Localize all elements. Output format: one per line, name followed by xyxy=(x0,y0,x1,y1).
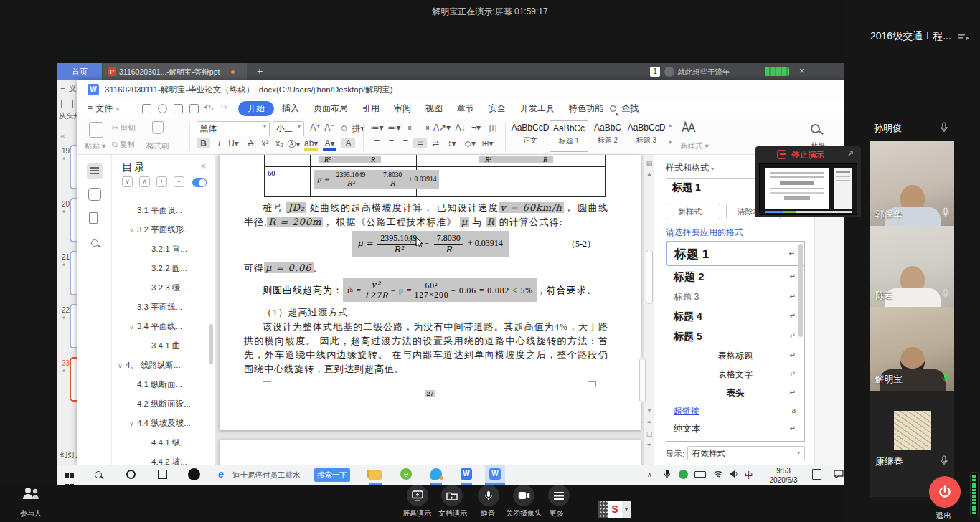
page-select-icon[interactable]: ▢ xyxy=(644,430,654,437)
redo-icon[interactable]: ↷ xyxy=(221,103,228,113)
align-center-icon[interactable]: Ξ xyxy=(385,138,398,148)
grow-font-icon[interactable]: A⁺ xyxy=(308,123,322,133)
gallery-scroll-up-icon[interactable]: ▴ xyxy=(669,122,672,128)
export-icon[interactable] xyxy=(155,102,170,115)
toc-expand-icon[interactable]: + xyxy=(156,176,167,187)
battery-icon[interactable] xyxy=(694,471,706,478)
scroll-up-icon[interactable]: ▲ xyxy=(644,171,654,177)
style-item[interactable]: 标题 4 ↵ xyxy=(666,306,804,326)
toc-scrollbar[interactable] xyxy=(209,324,213,364)
toc-item[interactable]: 3.4.1 曲... xyxy=(112,336,215,356)
ppt-tab-home[interactable]: 首页 xyxy=(57,63,102,80)
char-shading-button[interactable]: A xyxy=(341,138,355,148)
doc-share-label[interactable]: 文档演示 xyxy=(438,508,467,518)
toc-expand-all-icon[interactable]: ∧ xyxy=(139,176,150,187)
file-menu[interactable]: ≡ 文件 ∨ xyxy=(88,103,120,115)
pane-collapse-handle[interactable] xyxy=(639,357,646,403)
wps-writer-taskbar-highlight[interactable]: W xyxy=(485,465,505,485)
decrease-indent-icon[interactable]: ⇤ xyxy=(405,123,418,133)
wifi-icon[interactable] xyxy=(713,470,723,480)
mute-label[interactable]: 静音 xyxy=(481,508,495,518)
style-item[interactable]: 标题 2 ↵ xyxy=(666,266,804,288)
ribbon-tab[interactable]: 安全 xyxy=(482,101,512,116)
tray-mic-icon[interactable] xyxy=(664,469,671,481)
sticky-notes-icon[interactable] xyxy=(812,469,821,480)
shading-icon[interactable]: ◇▾ xyxy=(463,138,477,148)
tray-360-icon[interactable] xyxy=(679,470,688,479)
increase-indent-icon[interactable]: ⇥ xyxy=(419,123,433,133)
format-painter-label[interactable]: 格式刷 xyxy=(146,141,169,151)
expand-arrow-icon[interactable]: ∨ xyxy=(129,221,137,239)
ribbon-tab[interactable]: 视图 xyxy=(419,101,449,116)
bullet-list-icon[interactable]: ≔▾ xyxy=(370,123,384,133)
style-gallery-cell[interactable]: AaBbC 标题 2 xyxy=(588,120,627,152)
toc-collapse-all-icon[interactable]: ∨ xyxy=(122,176,133,187)
font-name-select[interactable]: 黑体▾ xyxy=(197,121,270,136)
highlight-color-button[interactable]: ab▾ xyxy=(304,138,318,151)
toc-collapse-icon[interactable]: − xyxy=(174,176,184,187)
styles-scrollbar[interactable] xyxy=(798,244,803,337)
action-center-icon[interactable] xyxy=(834,470,844,480)
attendees-icon[interactable] xyxy=(22,485,42,505)
mute-button[interactable] xyxy=(478,485,499,506)
style-item[interactable]: 标题 3 ↵ xyxy=(666,288,804,306)
replace-magnifier-icon[interactable] xyxy=(811,123,824,136)
clock[interactable]: 9:532020/6/3 xyxy=(762,466,805,485)
ppt-tab-document[interactable]: P 3116020301...-解明宝-答辩ppt xyxy=(103,63,247,80)
superscript-button[interactable]: x² xyxy=(258,138,272,148)
tray-expand-icon[interactable]: ∧ xyxy=(647,471,652,478)
stop-share-button[interactable]: 停止演示 xyxy=(791,150,824,161)
browser-360-icon[interactable]: e xyxy=(400,468,412,480)
toc-item[interactable]: 3.3 平面线... xyxy=(112,298,215,317)
toc-item[interactable]: ∨3.4 平面线... xyxy=(112,317,215,336)
strikethrough-button[interactable]: A xyxy=(244,138,258,148)
ie-icon[interactable]: e xyxy=(218,468,224,480)
new-style-label[interactable]: 新样式 ▾ xyxy=(680,141,709,151)
style-item[interactable]: 表头 ↵ xyxy=(666,384,804,402)
cortana-icon[interactable] xyxy=(126,470,136,479)
avatar[interactable] xyxy=(664,67,674,77)
align-left-icon[interactable]: Ξ xyxy=(370,138,384,148)
font-color-button[interactable]: A▾ xyxy=(323,138,336,151)
toc-item[interactable]: 4.2 纵断面设... xyxy=(112,394,215,414)
print-icon[interactable] xyxy=(171,102,186,115)
toc-item[interactable]: ∨4、 线路纵断... xyxy=(112,356,215,375)
new-style-button[interactable]: 新样式... xyxy=(666,204,720,219)
sort-icon[interactable]: A↓ xyxy=(453,123,467,133)
ppt-close-icon[interactable]: × xyxy=(799,66,804,76)
wps-nickname[interactable]: 就此想些于流年 xyxy=(677,67,730,77)
toc-item[interactable]: 3.2.3 缓... xyxy=(112,278,215,298)
new-style-icon[interactable]: ÀA xyxy=(682,122,694,135)
camera-off-button[interactable] xyxy=(513,485,534,506)
camera-off-label[interactable]: 关闭摄像头 xyxy=(506,508,542,518)
style-gallery-cell[interactable]: AaBbCc 标题 1 xyxy=(550,120,588,152)
chat-app-icon[interactable] xyxy=(430,468,442,480)
find-button[interactable]: 查找 xyxy=(610,103,639,115)
next-page-icon[interactable]: ⏷ xyxy=(644,442,654,449)
taskbar-search-icon[interactable] xyxy=(95,470,104,480)
toc-close-icon[interactable]: × xyxy=(200,161,206,171)
toc-item[interactable]: ∨4.4 纵坡及坡... xyxy=(112,414,215,433)
scroll-down-icon[interactable]: ▼ xyxy=(644,407,654,414)
screen-share-button[interactable] xyxy=(407,485,428,506)
ribbon-tab[interactable]: 审阅 xyxy=(387,101,418,116)
exit-label[interactable]: 退出 xyxy=(936,511,951,521)
paragraph[interactable]: 可得μ = 0.06。 xyxy=(244,261,608,275)
news-headline[interactable]: 迪士尼停付员工薪水 xyxy=(232,470,301,480)
ribbon-tab[interactable]: 插入 xyxy=(275,101,306,116)
play-screen-icon[interactable] xyxy=(61,100,73,108)
chapter-pane-icon[interactable] xyxy=(88,188,101,201)
subscript-button[interactable]: x₂ xyxy=(273,138,286,148)
align-right-icon[interactable]: Ξ xyxy=(399,138,413,148)
app-icon-dark[interactable] xyxy=(188,468,200,480)
new-tab-button[interactable]: + xyxy=(257,65,263,77)
ribbon-tab[interactable]: 开始 xyxy=(238,101,274,116)
italic-button[interactable]: I xyxy=(212,138,226,149)
task-view-icon[interactable] xyxy=(158,470,167,479)
shrink-font-icon[interactable]: A⁻ xyxy=(323,123,336,133)
style-gallery-cell[interactable]: AaBbCcD 标题 3 xyxy=(627,120,666,152)
toc-item[interactable]: 3.2.2 圆... xyxy=(112,259,215,278)
print-preview-icon[interactable] xyxy=(187,102,202,115)
cut-button[interactable]: ✂ 剪切 xyxy=(112,123,136,133)
show-marks-icon[interactable]: ¬▾ xyxy=(469,123,483,133)
